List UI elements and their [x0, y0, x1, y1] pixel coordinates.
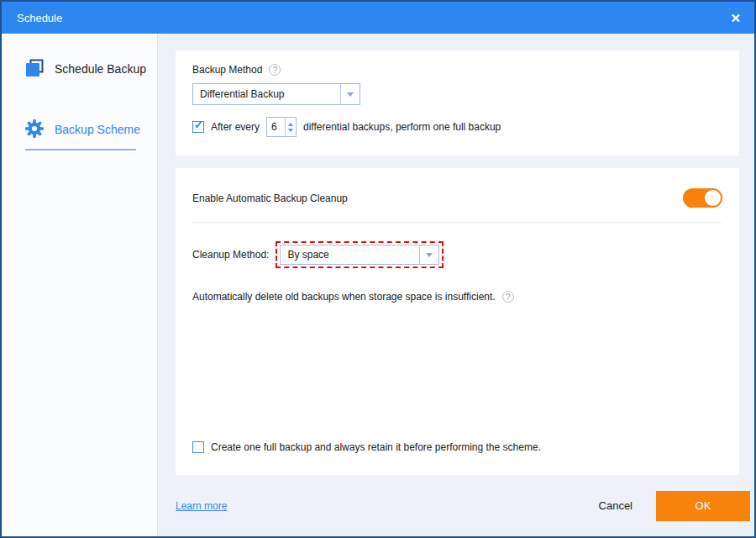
help-icon[interactable]: ? — [269, 64, 281, 76]
stepper-arrows[interactable] — [285, 118, 296, 136]
arrow-down-icon — [288, 129, 293, 132]
after-every-suffix: differential backups, perform one full b… — [303, 121, 501, 133]
cleanup-description: Automatically delete old backups when st… — [192, 291, 496, 303]
backup-method-dropdown[interactable]: Differential Backup — [192, 83, 360, 105]
ok-button[interactable]: OK — [656, 491, 750, 521]
selected-item-underline — [25, 149, 136, 150]
cancel-button[interactable]: Cancel — [599, 499, 633, 512]
red-dashed-highlight: By space — [276, 241, 444, 268]
chevron-down-icon — [347, 92, 354, 97]
cleanup-method-dropdown-value: By space — [281, 245, 419, 264]
cleanup-method-label: Cleanup Method: — [192, 249, 269, 261]
stepper-value: 6 — [267, 118, 285, 136]
full-backup-count-stepper[interactable]: 6 — [266, 117, 297, 137]
toggle-knob — [705, 190, 721, 206]
backup-method-panel: Backup Method ? Differential Backup ✓ Af… — [176, 50, 739, 156]
schedule-dialog: Schedule ✕ Schedule Backup — [0, 0, 756, 538]
sidebar-item-schedule-backup[interactable]: Schedule Backup — [2, 52, 157, 86]
backup-method-dropdown-value: Differential Backup — [193, 84, 340, 104]
cleanup-toggle[interactable] — [683, 188, 722, 208]
arrow-up-icon — [288, 123, 293, 126]
dropdown-arrow-zone[interactable] — [419, 245, 438, 264]
main-content: Backup Method ? Differential Backup ✓ Af… — [158, 34, 754, 536]
chevron-down-icon — [426, 253, 433, 257]
cleanup-panel: Enable Automatic Backup Cleanup Cleanup … — [176, 168, 739, 475]
titlebar: Schedule ✕ — [2, 2, 754, 34]
sidebar: Schedule Backup B — [2, 34, 158, 536]
retain-full-backup-label: Create one full backup and always retain… — [211, 441, 541, 453]
sidebar-item-label: Backup Scheme — [55, 123, 140, 136]
backup-method-label: Backup Method — [192, 64, 262, 76]
sidebar-item-label: Schedule Backup — [55, 62, 146, 76]
dropdown-arrow-zone[interactable] — [340, 84, 360, 104]
close-icon[interactable]: ✕ — [730, 12, 741, 24]
check-icon: ✓ — [194, 119, 203, 131]
cleanup-method-dropdown[interactable]: By space — [280, 245, 439, 265]
help-icon[interactable]: ? — [502, 291, 514, 303]
after-every-prefix: After every — [211, 121, 260, 133]
retain-full-backup-checkbox[interactable] — [192, 441, 204, 453]
learn-more-link[interactable]: Learn more — [176, 500, 227, 512]
enable-cleanup-label: Enable Automatic Backup Cleanup — [192, 193, 348, 204]
after-every-checkbox[interactable]: ✓ — [192, 121, 204, 133]
window-title: Schedule — [17, 12, 62, 24]
sidebar-item-backup-scheme[interactable]: Backup Scheme — [2, 113, 157, 146]
divider — [192, 222, 722, 223]
stacked-squares-icon — [25, 59, 44, 80]
footer: Learn more Cancel OK — [176, 475, 750, 536]
dialog-body: Schedule Backup B — [2, 34, 754, 536]
sidebar-spacer — [2, 86, 157, 113]
gear-icon — [25, 119, 44, 140]
